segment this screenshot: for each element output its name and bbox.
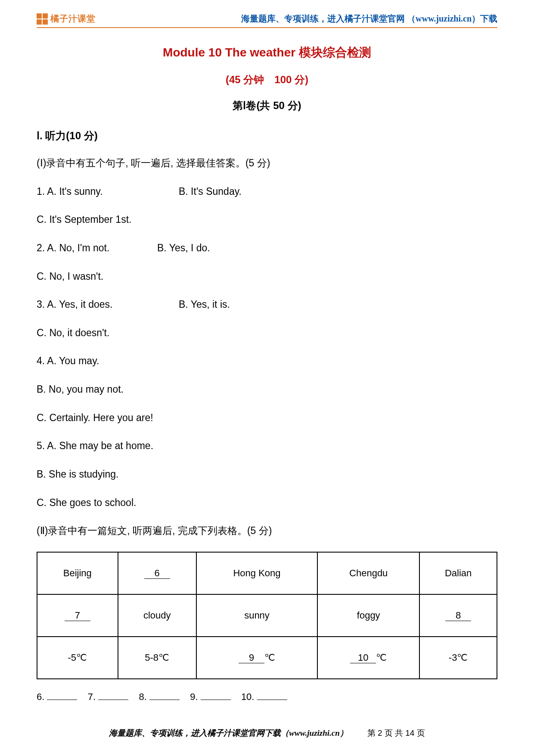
logo-text: 橘子汁课堂 <box>50 13 96 25</box>
q2-opt-b: B. Yes, I do. <box>157 241 210 256</box>
q3-opt-c: C. No, it doesn't. <box>37 325 497 341</box>
table-row: 7 cloudy sunny foggy 8 <box>37 594 497 637</box>
cell-chengdu: Chengdu <box>317 552 419 594</box>
q2-opt-a: 2. A. No, I'm not. <box>37 241 157 256</box>
ans-blank-10[interactable] <box>257 690 287 700</box>
ans-blank-8[interactable] <box>149 690 180 700</box>
blank-6[interactable]: 6 <box>144 568 170 579</box>
title-duration: (45 分钟 100 分) <box>37 73 497 87</box>
q4-opt-b: B. No, you may not. <box>37 382 497 397</box>
cell-hongkong: Hong Kong <box>196 552 317 594</box>
weather-table: Beijing 6 Hong Kong Chengdu Dalian 7 clo… <box>37 552 497 679</box>
logo-icon <box>37 13 48 25</box>
unit-c: ℃ <box>376 652 387 663</box>
ans-label-9: 9. <box>190 691 200 702</box>
q4-opt-a: 4. A. You may. <box>37 353 497 369</box>
footer-note: 海量题库、专项训练，进入橘子汁课堂官网下载（www.juzizhi.cn） <box>109 728 348 737</box>
q4-opt-c: C. Certainly. Here you are! <box>37 410 497 426</box>
part2-intro: (Ⅱ)录音中有一篇短文, 听两遍后, 完成下列表格。(5 分) <box>37 523 497 539</box>
blank-8[interactable]: 8 <box>445 610 471 621</box>
q5-opt-c: C. She goes to school. <box>37 495 497 511</box>
table-row: -5℃ 5-8℃ 9℃ 10℃ -3℃ <box>37 637 497 679</box>
cell-temp2: 5-8℃ <box>118 637 196 679</box>
blank-10[interactable]: 10 <box>350 653 376 663</box>
ans-blank-7[interactable] <box>98 690 128 700</box>
header-note: 海量题库、专项训练，进入橘子汁课堂官网 （www.juzizhi.cn）下载 <box>241 13 497 25</box>
blank-7[interactable]: 7 <box>65 610 90 621</box>
cell-cloudy: cloudy <box>118 594 196 637</box>
unit-c: ℃ <box>264 652 275 663</box>
cell-temp1: -5℃ <box>37 637 118 679</box>
ans-label-6: 6. <box>37 691 47 702</box>
q5-opt-b: B. She is studying. <box>37 467 497 482</box>
q2-row: 2. A. No, I'm not. B. Yes, I do. <box>37 241 497 256</box>
ans-label-8: 8. <box>139 691 149 702</box>
ans-label-10: 10. <box>241 691 257 702</box>
page-header: 橘子汁课堂 海量题库、专项训练，进入橘子汁课堂官网 （www.juzizhi.c… <box>37 13 497 28</box>
title-paper: 第Ⅰ卷(共 50 分) <box>37 99 497 112</box>
cell-blank7: 7 <box>37 594 118 637</box>
cell-temp5: -3℃ <box>419 637 497 679</box>
cell-foggy: foggy <box>317 594 419 637</box>
q3-opt-b: B. Yes, it is. <box>179 297 230 312</box>
cell-blank8: 8 <box>419 594 497 637</box>
cell-dalian: Dalian <box>419 552 497 594</box>
q3-opt-a: 3. A. Yes, it does. <box>37 297 179 312</box>
cell-sunny: sunny <box>196 594 317 637</box>
cell-temp3: 9℃ <box>196 637 317 679</box>
q5-opt-a: 5. A. She may be at home. <box>37 438 497 454</box>
cell-blank6: 6 <box>118 552 196 594</box>
logo: 橘子汁课堂 <box>37 13 96 25</box>
blank-9[interactable]: 9 <box>239 653 264 663</box>
page-footer: 海量题库、专项训练，进入橘子汁课堂官网下载（www.juzizhi.cn） 第 … <box>0 728 534 739</box>
q1-opt-a: 1. A. It's sunny. <box>37 184 179 200</box>
ans-blank-9[interactable] <box>201 690 231 700</box>
cell-temp4: 10℃ <box>317 637 419 679</box>
ans-label-7: 7. <box>88 691 98 702</box>
q3-row: 3. A. Yes, it does. B. Yes, it is. <box>37 297 497 312</box>
section-1-head: Ⅰ. 听力(10 分) <box>37 129 497 143</box>
ans-blank-6[interactable] <box>47 690 77 700</box>
title-main: Module 10 The weather 模块综合检测 <box>37 44 497 61</box>
table-row: Beijing 6 Hong Kong Chengdu Dalian <box>37 552 497 594</box>
q2-opt-c: C. No, I wasn't. <box>37 269 497 284</box>
cell-beijing: Beijing <box>37 552 118 594</box>
q1-opt-b: B. It's Sunday. <box>179 184 242 200</box>
footer-page: 第 2 页 共 14 页 <box>367 728 425 737</box>
q1-opt-c: C. It's September 1st. <box>37 212 497 228</box>
answers-row: 6. 7. 8. 9. 10. <box>37 690 497 704</box>
part1-intro: (Ⅰ)录音中有五个句子, 听一遍后, 选择最佳答案。(5 分) <box>37 156 497 171</box>
q1-row: 1. A. It's sunny. B. It's Sunday. <box>37 184 497 200</box>
